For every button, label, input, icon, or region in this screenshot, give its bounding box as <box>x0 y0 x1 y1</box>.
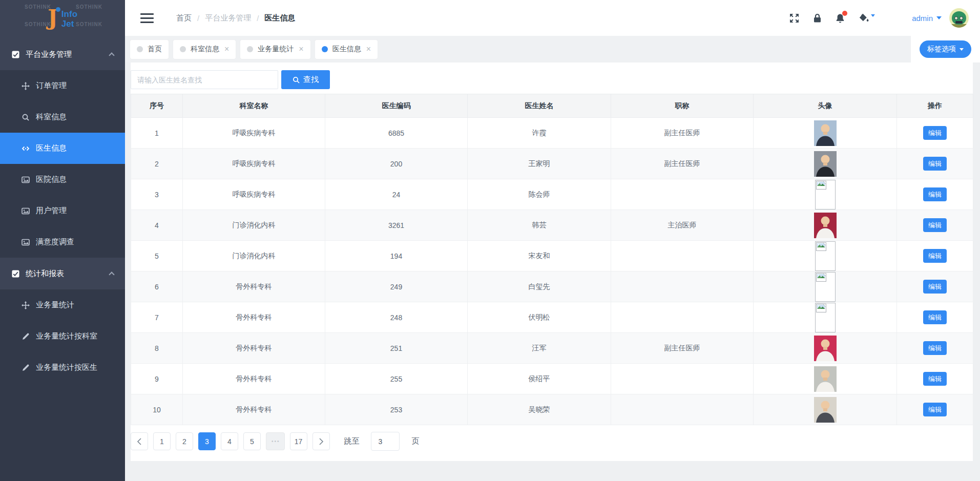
table-row: 8 骨外科专科 251 汪军 副主任医师 编辑 <box>131 333 973 364</box>
edit-button[interactable]: 编辑 <box>923 310 947 324</box>
sidebar-item-label: 医生信息 <box>36 143 67 153</box>
tab[interactable]: 业务量统计 × <box>240 40 310 59</box>
tab[interactable]: 医生信息 × <box>315 40 378 59</box>
breadcrumb: 首页/平台业务管理/医生信息 <box>176 13 295 23</box>
sidebar-item[interactable]: 订单管理 <box>0 70 125 101</box>
page-button[interactable]: 1 <box>153 432 171 450</box>
cell-doctor-code: 255 <box>325 364 468 394</box>
cell-title: 主治医师 <box>611 210 754 241</box>
sidebar-item[interactable]: 用户管理 <box>0 195 125 226</box>
user-avatar[interactable] <box>949 8 969 28</box>
edit-button[interactable]: 编辑 <box>923 280 947 294</box>
pencil-icon <box>22 364 30 372</box>
cell-actions: 编辑 <box>897 118 973 149</box>
search-button[interactable]: 查找 <box>281 70 330 89</box>
search-button-label: 查找 <box>303 75 319 85</box>
sidebar-item[interactable]: 医生信息 <box>0 133 125 164</box>
edit-button[interactable]: 编辑 <box>923 157 947 171</box>
tab[interactable]: 科室信息 × <box>173 40 236 59</box>
prev-page-button[interactable] <box>131 432 148 450</box>
chevron-down-icon <box>960 48 964 51</box>
cell-actions: 编辑 <box>897 241 973 271</box>
column-header: 头像 <box>754 94 897 118</box>
cell-avatar <box>754 210 897 241</box>
tab-dot-icon <box>137 46 143 52</box>
paint-bucket-icon[interactable] <box>859 13 875 23</box>
doctors-table: 序号科室名称医生编码医生姓名职称头像操作 1 呼吸疾病专科 6885 许霞 副主… <box>131 94 973 425</box>
edit-button[interactable]: 编辑 <box>923 218 947 232</box>
topbar: 首页/平台业务管理/医生信息 admin <box>125 0 980 36</box>
cell-department: 骨外科专科 <box>183 394 325 425</box>
doctor-photo <box>814 151 837 177</box>
code-icon <box>22 144 30 153</box>
cell-title: 副主任医师 <box>611 149 754 179</box>
sidebar-item-label: 满意度调查 <box>36 237 74 247</box>
edit-button[interactable]: 编辑 <box>923 249 947 263</box>
cell-actions: 编辑 <box>897 333 973 364</box>
sidebar-item-label: 业务量统计 <box>36 300 74 310</box>
bell-icon[interactable] <box>836 13 845 23</box>
next-page-button[interactable] <box>312 432 330 450</box>
tab-strip: 首页 科室信息 × 业务量统计 × 医生信息 × 标签选项 <box>125 36 980 62</box>
breadcrumb-item[interactable]: 首页 <box>176 13 192 23</box>
breadcrumb-item[interactable]: 平台业务管理 <box>205 13 251 23</box>
cell-department: 呼吸疾病专科 <box>183 179 325 210</box>
hamburger-menu-button[interactable] <box>140 13 154 23</box>
lock-icon[interactable] <box>813 13 822 23</box>
jump-page-input[interactable] <box>371 432 400 451</box>
edit-button[interactable]: 编辑 <box>923 126 947 140</box>
sidebar-item-label: 业务量统计按科室 <box>36 331 97 341</box>
jump-to-label: 跳至 <box>344 436 360 446</box>
chevron-down-icon <box>871 14 875 17</box>
chevron-down-icon <box>936 16 942 19</box>
tag-options-button[interactable]: 标签选项 <box>920 40 971 58</box>
cell-doctor-name: 汪军 <box>468 333 611 364</box>
page-button[interactable]: 3 <box>198 432 216 450</box>
close-icon[interactable]: × <box>224 45 229 54</box>
content-area: 查找 序号科室名称医生编码医生姓名职称头像操作 1 呼吸疾病专科 6885 许霞… <box>125 62 980 481</box>
cell-doctor-code: 3261 <box>325 210 468 241</box>
cell-title <box>611 241 754 271</box>
broken-image-icon <box>815 241 836 271</box>
user-menu[interactable]: admin <box>912 14 942 23</box>
sidebar-section-label: 统计和报表 <box>26 269 64 279</box>
cell-title <box>611 364 754 394</box>
sidebar-item[interactable]: 满意度调查 <box>0 226 125 258</box>
page-unit-label: 页 <box>412 436 420 446</box>
sidebar-item[interactable]: 业务量统计 <box>0 289 125 321</box>
edit-button[interactable]: 编辑 <box>923 341 947 355</box>
cell-title <box>611 302 754 333</box>
page-ellipsis: ••• <box>266 432 285 450</box>
sidebar-nav: 平台业务管理 订单管理 科室信息 医生信息 医院信息 用户管理 <box>0 38 125 383</box>
page-button[interactable]: 2 <box>176 432 193 450</box>
sidebar-section-header[interactable]: 平台业务管理 <box>0 38 125 70</box>
cell-index: 6 <box>131 271 183 302</box>
sidebar-item[interactable]: 业务量统计按医生 <box>0 352 125 383</box>
close-icon[interactable]: × <box>299 45 303 54</box>
edit-button[interactable]: 编辑 <box>923 372 947 386</box>
sidebar-item[interactable]: 科室信息 <box>0 101 125 133</box>
edit-button[interactable]: 编辑 <box>923 187 947 201</box>
infojet-logo-icon: J <box>48 9 58 27</box>
sidebar: SOTHINK SOTHINK SOTHINK SOTHINK J Info J… <box>0 0 125 481</box>
page-button[interactable]: 17 <box>290 432 307 450</box>
table-row: 9 骨外科专科 255 侯绍平 编辑 <box>131 364 973 394</box>
cell-actions: 编辑 <box>897 210 973 241</box>
fullscreen-icon[interactable] <box>789 13 799 23</box>
broken-image-icon <box>815 272 836 302</box>
sidebar-section-header[interactable]: 统计和报表 <box>0 258 125 289</box>
table-row: 4 门诊消化内科 3261 韩芸 主治医师 编辑 <box>131 210 973 241</box>
close-icon[interactable]: × <box>366 45 371 54</box>
doctor-search-input[interactable] <box>131 70 278 89</box>
image-icon <box>22 176 30 184</box>
sidebar-item[interactable]: 业务量统计按科室 <box>0 321 125 352</box>
page-button[interactable]: 4 <box>221 432 238 450</box>
tab-dot-icon <box>247 46 253 52</box>
cell-doctor-name: 侯绍平 <box>468 364 611 394</box>
tab[interactable]: 首页 <box>130 40 169 59</box>
cell-index: 9 <box>131 364 183 394</box>
edit-button[interactable]: 编辑 <box>923 403 947 416</box>
page-button[interactable]: 5 <box>243 432 261 450</box>
table-row: 7 骨外科专科 248 伏明松 编辑 <box>131 302 973 333</box>
sidebar-item[interactable]: 医院信息 <box>0 164 125 195</box>
